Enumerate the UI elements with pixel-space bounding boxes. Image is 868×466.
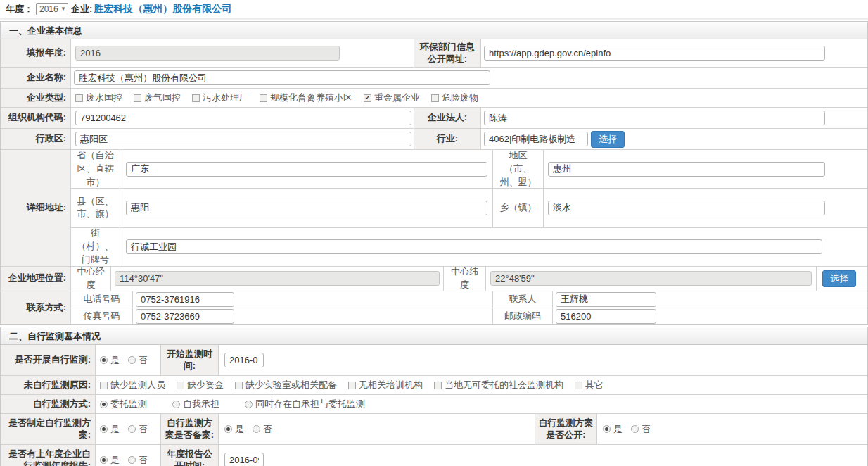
radio-unchecked-icon[interactable] xyxy=(128,456,136,464)
province-label: 省（自治区、直辖市） xyxy=(71,150,120,188)
longitude-input[interactable] xyxy=(115,271,440,286)
radio-option[interactable]: 委托监测 xyxy=(100,398,147,410)
radio-option[interactable]: 是 xyxy=(100,454,120,466)
report-year-input[interactable] xyxy=(75,46,340,61)
checkbox-option-label: 重金属企业 xyxy=(374,92,420,104)
zip-input[interactable] xyxy=(556,309,656,324)
org-code-input[interactable] xyxy=(75,111,411,125)
section2-header: 二、自行监测基本情况 xyxy=(1,327,867,345)
checkbox-option[interactable]: 废气国控 xyxy=(134,92,181,104)
geo-select-button[interactable]: 选择 xyxy=(822,270,856,287)
checkbox-option[interactable]: 无相关培训机构 xyxy=(348,379,423,391)
radio-option-label: 自我承担 xyxy=(183,398,219,410)
checkbox-option-label: 缺少实验室或相关配备 xyxy=(245,379,337,391)
checkbox-unchecked-icon[interactable] xyxy=(134,94,141,102)
radio-unchecked-icon[interactable] xyxy=(245,401,253,408)
radio-option[interactable]: 否 xyxy=(631,423,651,436)
radio-unchecked-icon[interactable] xyxy=(128,425,136,433)
phone-input[interactable] xyxy=(136,292,234,307)
radio-checked-icon[interactable] xyxy=(224,425,232,433)
checkbox-checked-icon[interactable] xyxy=(364,94,371,102)
town-label: 乡（镇） xyxy=(493,189,544,227)
monitor-mode-row: 自行监测方式: 委托监测自我承担同时存在自承担与委托监测 xyxy=(1,395,867,414)
checkbox-option[interactable]: 规模化畜禽养殖小区 xyxy=(260,92,352,104)
radio-option[interactable]: 是 xyxy=(224,423,244,436)
checkbox-unchecked-icon[interactable] xyxy=(260,94,267,102)
radio-unchecked-icon[interactable] xyxy=(253,425,260,433)
checkbox-option-label: 规模化畜禽养殖小区 xyxy=(270,92,352,104)
radio-unchecked-icon[interactable] xyxy=(172,401,180,408)
radio-option-label: 是 xyxy=(613,423,623,436)
radio-checked-icon[interactable] xyxy=(100,401,108,408)
latitude-label: 中心纬度 xyxy=(444,267,486,291)
city-input[interactable] xyxy=(548,162,825,177)
radio-unchecked-icon[interactable] xyxy=(128,356,136,364)
checkbox-option[interactable]: 当地无可委托的社会监测机构 xyxy=(434,379,563,391)
radio-option[interactable]: 否 xyxy=(128,354,148,367)
checkbox-unchecked-icon[interactable] xyxy=(75,94,83,102)
radio-option-label: 同时存在自承担与委托监测 xyxy=(255,398,365,410)
geo-row: 企业地理位置: 中心经度 中心纬度 选择 xyxy=(1,267,867,291)
checkbox-option[interactable]: 重金属企业 xyxy=(364,92,420,104)
checkbox-unchecked-icon[interactable] xyxy=(431,94,439,102)
checkbox-unchecked-icon[interactable] xyxy=(434,382,442,389)
radio-option-label: 是 xyxy=(235,423,244,436)
report-time-label: 年度报告公开时间: xyxy=(161,445,219,466)
latitude-input[interactable] xyxy=(490,271,812,286)
legal-person-input[interactable] xyxy=(484,111,825,125)
radio-option[interactable]: 否 xyxy=(253,423,272,436)
checkbox-option[interactable]: 缺少监测人员 xyxy=(100,379,165,391)
town-input[interactable] xyxy=(548,201,825,215)
industry-select-button[interactable]: 选择 xyxy=(591,131,625,148)
checkbox-unchecked-icon[interactable] xyxy=(235,382,243,389)
checkbox-option[interactable]: 缺少实验室或相关配备 xyxy=(235,379,337,391)
year-select[interactable]: 2016 ▼ xyxy=(36,3,68,15)
carry-out-label: 是否开展自行监测: xyxy=(1,345,96,375)
address-block: 详细地址: 省（自治区、直辖市） 地区（市、州、盟） 县（区、市、旗） 乡（镇） xyxy=(1,150,867,267)
company-name-link[interactable]: 胜宏科技（惠州）股份有限公司 xyxy=(94,3,231,15)
radio-checked-icon[interactable] xyxy=(100,456,108,464)
checkbox-unchecked-icon[interactable] xyxy=(575,382,582,389)
company-name-input[interactable] xyxy=(74,70,490,85)
report-time-input[interactable] xyxy=(224,453,264,466)
province-input[interactable] xyxy=(126,162,487,177)
county-input[interactable] xyxy=(126,201,487,215)
radio-option[interactable]: 同时存在自承担与委托监测 xyxy=(245,398,365,410)
plan-public-label: 自行监测方案是否公开: xyxy=(535,414,597,444)
radio-option-label: 委托监测 xyxy=(110,398,147,410)
county-label: 县（区、市、旗） xyxy=(71,189,120,227)
env-url-input[interactable] xyxy=(484,46,825,61)
checkbox-option[interactable]: 危险废物 xyxy=(431,92,478,104)
radio-option[interactable]: 是 xyxy=(100,354,120,367)
radio-checked-icon[interactable] xyxy=(603,425,611,433)
checkbox-unchecked-icon[interactable] xyxy=(177,382,184,389)
radio-option[interactable]: 自我承担 xyxy=(172,398,219,410)
company-name-label: 企业名称: xyxy=(1,68,71,88)
radio-unchecked-icon[interactable] xyxy=(631,425,639,433)
checkbox-option[interactable]: 污水处理厂 xyxy=(192,92,248,104)
start-time-input[interactable] xyxy=(224,353,264,367)
radio-option[interactable]: 是 xyxy=(603,423,623,436)
street-input[interactable] xyxy=(126,239,822,254)
radio-option[interactable]: 否 xyxy=(128,454,148,466)
checkbox-unchecked-icon[interactable] xyxy=(348,382,356,389)
radio-checked-icon[interactable] xyxy=(100,425,108,433)
radio-option[interactable]: 是 xyxy=(100,423,120,436)
checkbox-option[interactable]: 其它 xyxy=(575,379,604,391)
checkbox-option[interactable]: 缺少资金 xyxy=(177,379,224,391)
carry-out-row: 是否开展自行监测: 是否 开始监测时间: xyxy=(1,345,867,376)
contact-person-input[interactable] xyxy=(556,292,656,307)
checkbox-option[interactable]: 废水国控 xyxy=(75,92,122,104)
district-input[interactable] xyxy=(75,132,411,146)
fax-input[interactable] xyxy=(136,309,234,324)
industry-input[interactable] xyxy=(484,132,588,146)
city-label: 地区（市、州、盟） xyxy=(493,150,544,188)
checkbox-unchecked-icon[interactable] xyxy=(100,382,108,389)
contact-block: 联系方式: 电话号码 联系人 传真号码 邮政编码 xyxy=(1,291,867,325)
radio-checked-icon[interactable] xyxy=(100,356,108,364)
checkbox-unchecked-icon[interactable] xyxy=(192,94,200,102)
longitude-label: 中心经度 xyxy=(71,267,111,291)
plan-filed-options: 是否 xyxy=(224,423,281,436)
radio-option[interactable]: 否 xyxy=(128,423,148,436)
company-type-options: 废水国控废气国控污水处理厂规模化畜禽养殖小区重金属企业危险废物 xyxy=(75,92,490,104)
